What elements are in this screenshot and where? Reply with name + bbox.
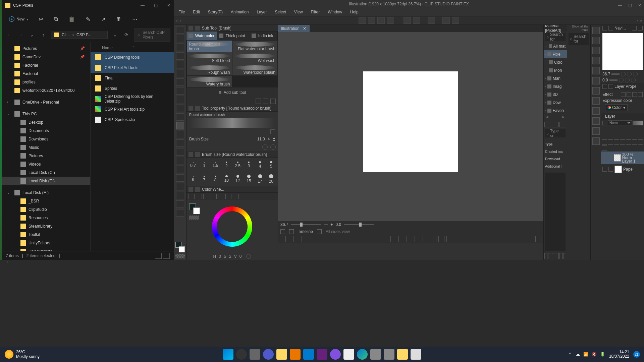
panel-toggle[interactable]	[592, 37, 600, 44]
drive-item[interactable]: ⌄Local Disk (E:)	[2, 188, 90, 197]
play-icon[interactable]	[246, 254, 251, 259]
app-icon[interactable]	[370, 349, 381, 360]
layer-tool[interactable]	[626, 127, 631, 132]
mat-tool[interactable]	[544, 122, 551, 127]
file-item[interactable]: CSP Dithering tools	[91, 52, 174, 62]
minimize-button[interactable]: —	[141, 3, 145, 8]
material-folder[interactable]: ›3D	[544, 90, 567, 99]
nav-back[interactable]: «	[176, 18, 178, 22]
size-preset[interactable]: 12	[232, 173, 243, 185]
drive-child[interactable]: UnityEditors	[2, 239, 90, 247]
zoom-out[interactable]	[621, 72, 626, 76]
asset-search[interactable]: ⌕Search for	[569, 33, 589, 45]
panel-toggle[interactable]	[592, 67, 600, 74]
tl-next[interactable]	[417, 236, 423, 242]
clear-icon[interactable]	[428, 17, 435, 24]
onedrive-item[interactable]: ›OneDrive - Personal	[2, 98, 90, 106]
tool-button[interactable]	[176, 96, 184, 103]
cw-tool[interactable]	[218, 194, 224, 199]
timeline-header[interactable]: TimelineAll sides view	[278, 228, 543, 235]
details-view-button[interactable]	[155, 253, 162, 259]
mat-foot-btn[interactable]	[548, 253, 551, 259]
clock[interactable]: 14:2118/07/2022	[609, 350, 629, 359]
drive-child[interactable]: UnityProjects	[2, 247, 90, 251]
tool-button[interactable]	[176, 78, 184, 86]
subtool-panel-header[interactable]: Sub Tool [Brush]	[186, 25, 278, 32]
material-folder[interactable]: ›Pixe	[544, 50, 567, 58]
size-preset[interactable]: 4	[255, 159, 265, 171]
layer-tool[interactable]	[620, 127, 625, 132]
panel-toggle[interactable]	[592, 97, 600, 105]
tool-button[interactable]	[176, 105, 184, 112]
delete-icon[interactable]	[270, 99, 276, 104]
rot-cw[interactable]	[625, 78, 630, 82]
layer-tool[interactable]	[602, 127, 607, 132]
mat-foot-btn[interactable]	[544, 253, 547, 259]
tool-button[interactable]	[176, 113, 184, 121]
tl-last[interactable]	[425, 236, 431, 242]
effect-btn[interactable]	[621, 92, 626, 97]
new-button[interactable]: +New▾	[9, 16, 28, 22]
brush-tab[interactable]: Thick paint	[217, 32, 248, 40]
size-preset[interactable]: 2	[221, 159, 232, 171]
menu-animation[interactable]: Animation	[231, 10, 249, 14]
drive-child[interactable]: _BSR	[2, 197, 90, 205]
edge-app[interactable]	[357, 349, 368, 360]
tool-button[interactable]	[176, 87, 184, 95]
material-header[interactable]: Material [PixelArt]	[544, 25, 567, 32]
blender-app[interactable]	[290, 349, 301, 360]
brush-tab[interactable]: Watercolor	[186, 32, 217, 40]
layer-tool[interactable]	[608, 127, 613, 132]
mat-foot-btn[interactable]	[563, 253, 566, 259]
thispc-child[interactable]: Music	[2, 143, 90, 152]
csp-minimize[interactable]: —	[618, 1, 622, 9]
brushsize-panel-header[interactable]: Brush size [Round watercolor brush]	[186, 151, 278, 158]
document-tab[interactable]: Illustration✕	[278, 25, 310, 32]
tl-btn[interactable]	[296, 236, 302, 242]
brush-item[interactable]: Wet wash	[232, 52, 278, 64]
nav-prev[interactable]: ‹	[180, 18, 181, 22]
rot-ccw[interactable]	[619, 78, 624, 82]
thispc-child[interactable]: Desktop	[2, 118, 90, 126]
undo-icon[interactable]	[404, 17, 411, 24]
mat-tool[interactable]	[559, 122, 566, 127]
tl-prev[interactable]	[401, 236, 407, 242]
thispc-item[interactable]: ⌄This PC	[2, 110, 90, 118]
lock-icon[interactable]	[270, 129, 275, 134]
tool-button[interactable]	[176, 26, 184, 34]
size-preset[interactable]: 2.5	[232, 159, 243, 171]
name-column-header[interactable]: Name	[102, 46, 113, 50]
tool-button[interactable]	[176, 70, 184, 77]
task-view[interactable]	[250, 349, 260, 360]
navigator-header[interactable]: Navi...	[601, 25, 644, 32]
add-subtool-button[interactable]: ⊕Add sub tool	[186, 87, 278, 98]
tray-expand[interactable]: ⌃	[569, 352, 572, 357]
close-tab-icon[interactable]: ✕	[303, 26, 306, 31]
material-folder[interactable]: ⌄Colo	[544, 58, 567, 66]
navigator-thumbnail[interactable]	[602, 33, 643, 70]
delete-button[interactable]: 🗑	[116, 16, 121, 22]
layer-tool[interactable]	[608, 139, 613, 145]
visualstudio-app[interactable]	[317, 349, 327, 360]
layer-tool[interactable]	[614, 139, 619, 145]
effect-btn[interactable]	[632, 92, 637, 97]
menu-story(p)[interactable]: Story(P)	[208, 10, 223, 14]
edit-toggle[interactable]	[608, 156, 612, 160]
drive-child[interactable]: SteamLibrary	[2, 222, 90, 230]
cw-tool[interactable]	[211, 194, 217, 199]
panel-toggle[interactable]	[592, 57, 600, 64]
battery-icon[interactable]: 🔋	[600, 352, 605, 357]
cw-tool[interactable]	[225, 194, 231, 199]
more-button[interactable]: ⋯	[132, 16, 138, 22]
thispc-child[interactable]: Local Disk (E:)	[2, 177, 90, 185]
search-button[interactable]	[236, 349, 247, 360]
panel-toggle[interactable]	[592, 47, 600, 54]
visibility-toggle[interactable]	[602, 167, 607, 172]
nav-end[interactable]: »	[640, 18, 642, 22]
save-icon[interactable]	[387, 17, 394, 24]
lock-icon[interactable]	[602, 121, 607, 125]
size-preset[interactable]: 1	[199, 159, 209, 171]
thispc-child[interactable]: Pictures	[2, 152, 90, 160]
panel-toggle[interactable]	[592, 107, 600, 115]
panel-toggle[interactable]	[592, 87, 600, 95]
